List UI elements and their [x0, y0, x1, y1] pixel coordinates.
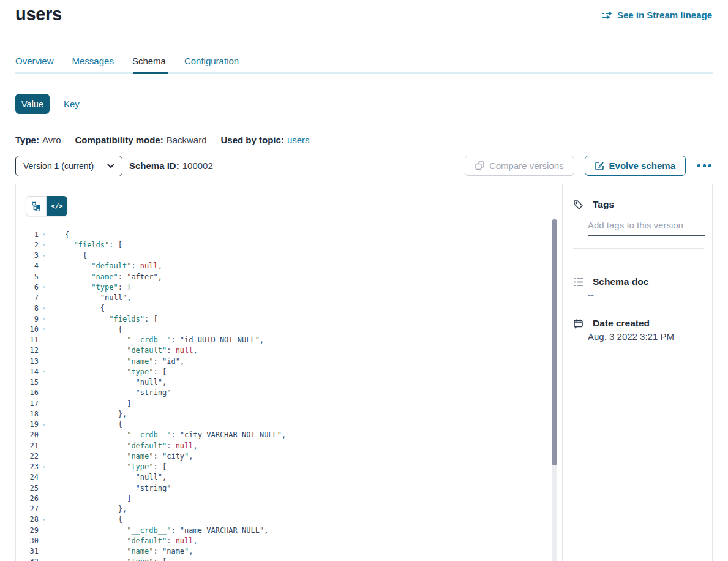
code-text: "default": null, — [50, 442, 198, 450]
key-toggle-button[interactable]: Key — [64, 99, 80, 109]
compare-versions-button[interactable]: Compare versions — [465, 156, 574, 176]
tab-messages[interactable]: Messages — [72, 56, 114, 66]
type-label: Type: — [15, 135, 39, 145]
fold-toggle-icon[interactable]: ▾ — [39, 314, 50, 324]
code-text: "__crdb__": "name VARCHAR NULL", — [50, 526, 268, 535]
fold-spacer — [39, 546, 50, 557]
code-text: "name": "city", — [50, 452, 193, 461]
code-line: 12 "default": null, — [16, 345, 550, 356]
fold-toggle-icon[interactable]: ▾ — [39, 239, 50, 250]
line-number: 4 — [16, 262, 39, 270]
code-line: 16 "string" — [16, 388, 550, 398]
line-number: 24 — [16, 473, 39, 481]
code-line: 10▾ { — [16, 324, 550, 334]
fold-toggle-icon[interactable]: ▾ — [39, 324, 50, 334]
tab-configuration[interactable]: Configuration — [184, 56, 239, 66]
code-text: "null", — [50, 378, 167, 386]
date-created-value: Aug. 3 2022 3:21 PM — [588, 331, 674, 342]
schema-code-panel: </> 1▾{2▾ "fields": [3▾ {4 "default": nu… — [16, 184, 562, 561]
fold-spacer — [39, 261, 50, 271]
schema-doc-title: Schema doc — [593, 276, 648, 287]
line-number: 2 — [16, 241, 39, 249]
tab-underline-track — [15, 72, 713, 74]
code-text: "null", — [50, 293, 131, 302]
add-tags-input[interactable] — [588, 216, 705, 236]
line-number: 23 — [16, 462, 39, 471]
stream-lineage-link[interactable]: See in Stream lineage — [601, 10, 712, 20]
code-text: { — [50, 304, 105, 312]
fold-spacer — [39, 472, 50, 483]
line-number: 29 — [16, 526, 39, 535]
fold-toggle-icon[interactable]: ▾ — [39, 250, 50, 261]
code-text: "type": [ — [50, 557, 167, 561]
line-number: 5 — [16, 273, 39, 281]
schema-id-value: 100002 — [182, 160, 213, 171]
line-number: 30 — [16, 537, 39, 545]
page-title: users — [15, 4, 62, 24]
line-number: 3 — [16, 251, 39, 260]
code-text: ] — [50, 494, 131, 503]
fold-toggle-icon[interactable]: ▾ — [39, 514, 50, 525]
version-select[interactable]: Version 1 (current) — [15, 156, 122, 176]
fold-spacer — [39, 504, 50, 514]
fold-toggle-icon[interactable]: ▾ — [39, 366, 50, 377]
tree-view-button[interactable] — [26, 196, 47, 216]
fold-spacer — [39, 377, 50, 388]
line-number: 12 — [16, 346, 39, 355]
fold-spacer — [39, 493, 50, 503]
code-text: ] — [50, 399, 131, 408]
schema-meta-row: Type: Avro Compatibility mode: Backward … — [15, 135, 310, 145]
tag-icon — [573, 200, 584, 210]
code-line: 9▾ "fields": [ — [16, 314, 550, 324]
code-text: { — [50, 515, 122, 524]
calendar-plus-icon — [573, 318, 584, 329]
code-line: 28▾ { — [16, 514, 550, 525]
code-text: { — [50, 251, 87, 260]
fold-toggle-icon[interactable]: ▾ — [39, 282, 50, 292]
line-number: 28 — [16, 515, 39, 524]
code-text: "default": null, — [50, 537, 198, 545]
date-created-title: Date created — [593, 318, 650, 329]
code-line: 7 "null", — [16, 293, 550, 303]
code-view-button[interactable]: </> — [47, 196, 67, 216]
line-number: 31 — [16, 547, 39, 555]
topic-link[interactable]: users — [287, 135, 310, 145]
more-options-button[interactable] — [696, 162, 713, 170]
fold-spacer — [39, 451, 50, 461]
line-number: 16 — [16, 388, 39, 397]
code-scrollbar-thumb[interactable] — [552, 219, 557, 465]
schema-id-label: Schema ID: — [129, 160, 179, 171]
code-line: 22 "name": "city", — [16, 451, 550, 461]
fold-spacer — [39, 388, 50, 398]
fold-toggle-icon[interactable]: ▾ — [39, 229, 50, 239]
date-created-section-header: Date created — [573, 318, 650, 329]
code-text: }, — [50, 410, 127, 418]
value-toggle-button[interactable]: Value — [15, 94, 50, 114]
code-line: 24 "null", — [16, 472, 550, 483]
code-line: 18 }, — [16, 409, 550, 419]
tab-schema[interactable]: Schema — [132, 56, 166, 66]
code-scrollbar-track[interactable] — [552, 218, 557, 561]
chevron-down-icon — [107, 164, 114, 168]
fold-spacer — [39, 293, 50, 303]
list-icon — [573, 277, 584, 287]
tab-overview[interactable]: Overview — [15, 56, 54, 66]
fold-toggle-icon[interactable]: ▾ — [39, 462, 50, 472]
fold-toggle-icon[interactable]: ▾ — [39, 557, 50, 561]
code-line: 2▾ "fields": [ — [16, 239, 550, 250]
fold-toggle-icon[interactable]: ▾ — [39, 303, 50, 314]
fold-spacer — [39, 440, 50, 451]
code-text: "__crdb__": "id UUID NOT NULL", — [50, 336, 264, 344]
code-line: 5 "name": "after", — [16, 271, 550, 282]
evolve-schema-button[interactable]: Evolve schema — [585, 156, 686, 176]
sidebar-divider — [573, 248, 704, 249]
code-text: "type": [ — [50, 283, 131, 292]
fold-toggle-icon[interactable]: ▾ — [39, 420, 50, 430]
line-number: 19 — [16, 420, 39, 429]
fold-spacer — [39, 409, 50, 419]
evolve-schema-label: Evolve schema — [609, 160, 675, 171]
used-by-topic-label: Used by topic: — [221, 135, 284, 145]
schema-sidebar: Tags Schema doc -- Dat — [562, 184, 712, 561]
code-text: "default": null, — [50, 346, 198, 355]
line-number: 10 — [16, 325, 39, 334]
